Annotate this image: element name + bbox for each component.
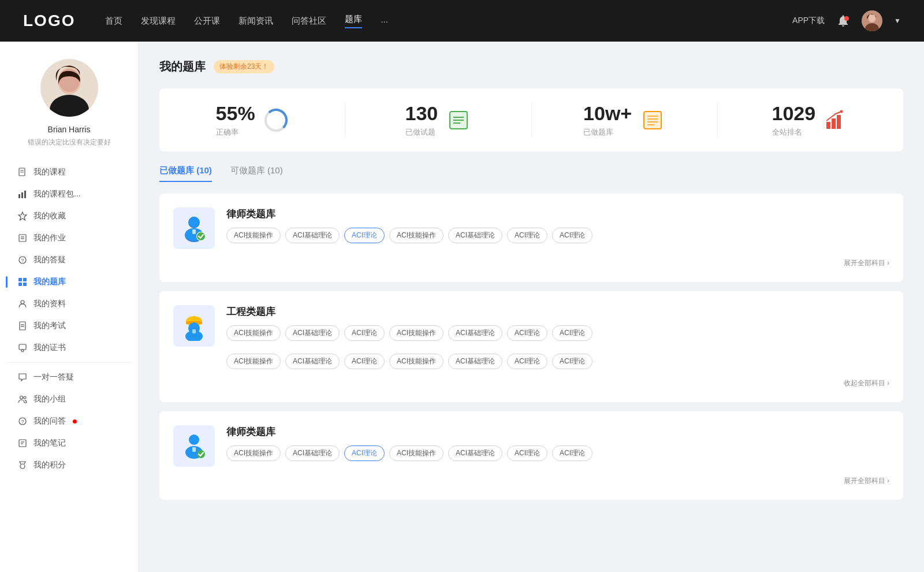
stat-ranking-text: 1029 全站排名 bbox=[772, 102, 816, 138]
sidebar-item-homework[interactable]: 我的作业 bbox=[6, 227, 132, 249]
tag-2r-4[interactable]: ACI基础理论 bbox=[448, 354, 502, 369]
sidebar-item-group[interactable]: 我的小组 bbox=[6, 388, 132, 410]
tag-1-0[interactable]: ACI技能操作 bbox=[226, 228, 281, 243]
doc-icon bbox=[17, 321, 28, 331]
tag-2r-0[interactable]: ACI技能操作 bbox=[226, 354, 281, 369]
sidebar-label-answers: 我的答疑 bbox=[33, 255, 66, 265]
nav-qa[interactable]: 问答社区 bbox=[292, 16, 326, 27]
qbank-tags-3: ACI技能操作 ACI基础理论 ACI理论 ACI技能操作 ACI基础理论 AC… bbox=[226, 445, 889, 461]
svg-rect-29 bbox=[19, 344, 26, 350]
notification-icon[interactable] bbox=[836, 14, 850, 28]
qbank-card-lawyer-2: 律师类题库 ACI技能操作 ACI基础理论 ACI理论 ACI技能操作 ACI基… bbox=[159, 411, 903, 500]
sidebar-item-answers[interactable]: ? 我的答疑 bbox=[6, 249, 132, 271]
nav-question-bank[interactable]: 题库 bbox=[345, 14, 362, 28]
tag-2-0[interactable]: ACI技能操作 bbox=[226, 325, 281, 341]
expand-link-2[interactable]: 收起全部科目 › bbox=[844, 378, 889, 388]
sidebar-item-profile[interactable]: 我的资料 bbox=[6, 293, 132, 315]
svg-point-58 bbox=[189, 217, 199, 227]
main-content: 我的题库 体验剩余23天！ 55% 正确率 1 bbox=[139, 42, 924, 572]
chart-icon bbox=[17, 189, 28, 199]
svg-point-30 bbox=[21, 350, 24, 352]
svg-rect-24 bbox=[23, 283, 27, 286]
sidebar: Brian Harris 错误的决定比没有决定要好 我的课程 我的课程包... bbox=[0, 42, 139, 572]
tag-1-2[interactable]: ACI理论 bbox=[344, 228, 385, 243]
qbank-tags-2: ACI技能操作 ACI基础理论 ACI理论 ACI技能操作 ACI基础理论 AC… bbox=[226, 325, 889, 341]
sidebar-label-notes: 我的笔记 bbox=[33, 438, 66, 448]
tag-2-4[interactable]: ACI基础理论 bbox=[448, 325, 502, 341]
tag-3-3[interactable]: ACI技能操作 bbox=[389, 445, 444, 461]
svg-rect-54 bbox=[837, 115, 841, 129]
myqa-dot bbox=[73, 419, 77, 424]
stat-accuracy: 55% 正确率 bbox=[159, 102, 345, 138]
stat-accuracy-label: 正确率 bbox=[216, 127, 255, 138]
sidebar-label-profile: 我的资料 bbox=[33, 299, 66, 309]
app-download[interactable]: APP下载 bbox=[792, 16, 825, 26]
sidebar-item-exam[interactable]: 我的考试 bbox=[6, 315, 132, 337]
qbank-title-1: 律师类题库 bbox=[226, 207, 889, 221]
tag-1-1[interactable]: ACI基础理论 bbox=[285, 228, 340, 243]
tag-2-1[interactable]: ACI基础理论 bbox=[285, 325, 340, 341]
user-avatar[interactable] bbox=[862, 10, 882, 31]
nav-more[interactable]: ··· bbox=[381, 16, 388, 26]
svg-rect-22 bbox=[23, 278, 27, 281]
tag-1-5[interactable]: ACI理论 bbox=[507, 228, 547, 243]
navbar-right: APP下载 ▼ bbox=[792, 10, 901, 31]
tag-2r-6[interactable]: ACI理论 bbox=[552, 354, 593, 369]
stat-done-banks-icon bbox=[640, 107, 665, 133]
svg-rect-52 bbox=[826, 122, 830, 129]
tag-2r-1[interactable]: ACI基础理论 bbox=[285, 354, 340, 369]
tag-2-2[interactable]: ACI理论 bbox=[344, 325, 385, 341]
tag-2-5[interactable]: ACI理论 bbox=[507, 325, 547, 341]
svg-rect-26 bbox=[20, 322, 25, 330]
expand-link-3[interactable]: 展开全部科目 › bbox=[844, 476, 889, 486]
tag-2r-2[interactable]: ACI理论 bbox=[344, 354, 385, 369]
tag-2r-5[interactable]: ACI理论 bbox=[507, 354, 547, 369]
nav-news[interactable]: 新闻资讯 bbox=[239, 16, 273, 27]
nav-opencourse[interactable]: 公开课 bbox=[194, 16, 220, 27]
sidebar-item-notes[interactable]: 我的笔记 bbox=[6, 432, 132, 454]
sidebar-item-course-pkg[interactable]: 我的课程包... bbox=[6, 183, 132, 205]
svg-rect-13 bbox=[21, 192, 23, 198]
sidebar-item-myqa[interactable]: ? 我的问答 bbox=[6, 410, 132, 432]
stat-done-banks: 10w+ 已做题库 bbox=[532, 102, 718, 138]
tag-2-3[interactable]: ACI技能操作 bbox=[389, 325, 444, 341]
book-icon bbox=[17, 233, 28, 243]
nav-home[interactable]: 首页 bbox=[105, 16, 122, 27]
page-layout: Brian Harris 错误的决定比没有决定要好 我的课程 我的课程包... bbox=[0, 42, 924, 572]
user-display-name: Brian Harris bbox=[48, 125, 91, 134]
stat-ranking-value: 1029 bbox=[772, 102, 816, 125]
page-title: 我的题库 bbox=[159, 59, 206, 75]
note-icon bbox=[17, 438, 28, 448]
tag-1-3[interactable]: ACI技能操作 bbox=[389, 228, 444, 243]
tag-3-5[interactable]: ACI理论 bbox=[507, 445, 547, 461]
tag-3-4[interactable]: ACI基础理论 bbox=[448, 445, 502, 461]
svg-point-38 bbox=[20, 464, 25, 469]
tag-2-6[interactable]: ACI理论 bbox=[552, 325, 593, 341]
nav-discover[interactable]: 发现课程 bbox=[141, 16, 176, 27]
svg-point-31 bbox=[20, 396, 23, 399]
expand-link-1[interactable]: 展开全部科目 › bbox=[844, 258, 889, 268]
tab-done-banks[interactable]: 已做题库 (10) bbox=[159, 165, 212, 182]
stat-done-banks-text: 10w+ 已做题库 bbox=[583, 102, 632, 138]
tag-3-0[interactable]: ACI技能操作 bbox=[226, 445, 281, 461]
tag-3-6[interactable]: ACI理论 bbox=[552, 445, 593, 461]
svg-rect-23 bbox=[18, 283, 22, 286]
tag-2r-3[interactable]: ACI技能操作 bbox=[389, 354, 444, 369]
sidebar-item-qbank[interactable]: 我的题库 bbox=[6, 271, 132, 293]
sidebar-item-favorites[interactable]: 我的收藏 bbox=[6, 205, 132, 227]
qbank-header-3: 律师类题库 ACI技能操作 ACI基础理论 ACI理论 ACI技能操作 ACI基… bbox=[173, 425, 889, 467]
sidebar-item-points[interactable]: 我的积分 bbox=[6, 454, 132, 476]
qbank-icon-lawyer-1 bbox=[173, 207, 215, 249]
svg-text:?: ? bbox=[21, 419, 24, 425]
medal-icon bbox=[17, 460, 28, 470]
sidebar-item-1on1[interactable]: 一对一答疑 bbox=[6, 366, 132, 388]
sidebar-item-cert[interactable]: 我的证书 bbox=[6, 337, 132, 359]
user-dropdown-icon[interactable]: ▼ bbox=[894, 17, 901, 25]
sidebar-label-myqa: 我的问答 bbox=[33, 416, 66, 426]
tab-available-banks[interactable]: 可做题库 (10) bbox=[230, 165, 283, 182]
sidebar-item-course[interactable]: 我的课程 bbox=[6, 161, 132, 183]
tag-1-4[interactable]: ACI基础理论 bbox=[448, 228, 502, 243]
tag-3-1[interactable]: ACI基础理论 bbox=[285, 445, 340, 461]
tag-3-2[interactable]: ACI理论 bbox=[344, 445, 385, 461]
tag-1-6[interactable]: ACI理论 bbox=[552, 228, 593, 243]
